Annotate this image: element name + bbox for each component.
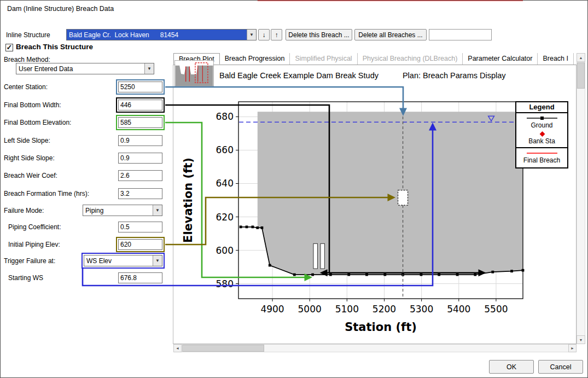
failure-mode-value: Piping — [83, 205, 153, 216]
bank-sta-marker-sample — [526, 131, 558, 137]
center-station-label: Center Station: — [4, 83, 48, 91]
final-bottom-width-input[interactable] — [118, 100, 162, 111]
inline-structure-dropdown[interactable]: Bald Eagle Cr. Lock Haven 81454 ▼ — [66, 29, 257, 40]
trigger-failure-at-label: Trigger Failure at: — [4, 257, 55, 265]
cancel-button[interactable]: Cancel — [538, 360, 583, 374]
initial-piping-elev-label: Initial Piping Elev: — [8, 241, 60, 248]
breach-formation-time-label: Breach Formation Time (hrs): — [4, 190, 89, 197]
legend-title: Legend — [516, 102, 567, 113]
plot-title: Bald Eagle Creek Example Dam Break Study… — [219, 71, 506, 80]
check-icon: ✓ — [7, 43, 13, 51]
starting-ws-label: Starting WS — [8, 274, 43, 282]
failure-mode-dropdown[interactable]: Piping ▼ — [83, 205, 162, 216]
tab-breach-progression[interactable]: Breach Progression — [220, 53, 290, 65]
left-side-slope-label: Left Side Slope: — [4, 137, 50, 144]
breach-weir-coef-input[interactable] — [118, 170, 162, 181]
final-breach-line-sample — [526, 150, 558, 156]
final-bottom-elevation-label: Final Bottom Elevation: — [4, 119, 71, 126]
dam-breach-dialog: Dam (Inline Structure) Breach Data Inlin… — [0, 0, 588, 378]
tab-parameter-calculator[interactable]: Parameter Calculator — [463, 53, 538, 65]
tab-physical-breaching: Physical Breaching (DLBreach) — [358, 53, 463, 65]
failure-mode-label: Failure Mode: — [4, 207, 44, 214]
dropdown-arrow-icon[interactable]: ▼ — [144, 63, 154, 74]
empty-status-field — [429, 29, 492, 40]
ok-button[interactable]: OK — [489, 360, 534, 374]
starting-ws-input[interactable] — [118, 272, 162, 283]
piping-coefficient-label: Piping Coefficient: — [8, 223, 61, 231]
dropdown-arrow-icon[interactable]: ▼ — [153, 205, 162, 216]
final-bottom-elevation-input[interactable] — [118, 117, 162, 128]
scroll-left-icon[interactable]: ◄ — [173, 344, 182, 352]
next-structure-up-button[interactable]: ↑ — [271, 29, 282, 40]
final-bottom-width-label: Final Bottom Width: — [4, 101, 61, 109]
breach-this-structure-checkbox[interactable]: ✓ — [5, 44, 13, 51]
plot-title-study: Bald Eagle Creek Example Dam Break Study — [219, 71, 379, 80]
legend-divider — [516, 147, 567, 148]
inline-structure-value: Bald Eagle Cr. Lock Haven 81454 — [67, 30, 247, 40]
piping-coefficient-input[interactable] — [118, 222, 162, 232]
dropdown-arrow-icon[interactable]: ▼ — [247, 30, 256, 40]
breach-this-structure-label: Breach This Structure — [16, 43, 93, 51]
scroll-right-icon[interactable]: ► — [568, 344, 577, 352]
trigger-failure-at-dropdown[interactable]: WS Elev ▼ — [84, 255, 162, 266]
tab-bar: Breach Plot Breach Progression Simplifie… — [173, 53, 577, 65]
dropdown-arrow-icon[interactable]: ▼ — [153, 255, 162, 266]
tab-breach-repair[interactable]: Breach I — [538, 53, 574, 65]
breach-method-dropdown[interactable]: User Entered Data ▼ — [16, 63, 154, 74]
breach-weir-coef-label: Breach Weir Coef: — [4, 172, 57, 179]
horizontal-scrollbar-thumb[interactable] — [182, 345, 264, 352]
vertical-scrollbar[interactable] — [577, 53, 585, 344]
scroll-up-icon[interactable]: ▲ — [577, 53, 585, 62]
plot-title-plan: Plan: Breach Params Display — [403, 71, 506, 80]
legend-bank-sta-label: Bank Sta — [516, 137, 567, 145]
plot-legend: Legend Ground Bank Sta Final Breach — [515, 101, 568, 168]
tab-simplified-physical: Simplified Physical — [290, 53, 357, 65]
legend-ground-label: Ground — [516, 121, 567, 129]
vertical-scrollbar-thumb[interactable] — [577, 62, 585, 89]
delete-this-breach-button[interactable]: Delete this Breach ... — [286, 29, 352, 40]
trigger-failure-at-value: WS Elev — [84, 255, 153, 266]
legend-final-breach-label: Final Breach — [516, 156, 567, 164]
next-structure-down-button[interactable]: ↓ — [258, 29, 270, 40]
center-station-input[interactable] — [118, 82, 162, 92]
delete-all-breaches-button[interactable]: Delete all Breaches ... — [354, 29, 427, 40]
right-side-slope-label: Right Side Slope: — [4, 154, 55, 162]
scroll-down-icon[interactable]: ▼ — [577, 335, 585, 344]
initial-piping-elev-input[interactable] — [118, 239, 162, 250]
left-side-slope-input[interactable] — [118, 135, 162, 146]
dialog-title: Dam (Inline Structure) Breach Data — [7, 5, 114, 13]
right-side-slope-input[interactable] — [118, 153, 162, 164]
profile-thumbnail — [174, 60, 214, 86]
breach-method-value: User Entered Data — [16, 63, 144, 74]
breach-method-label: Breach Method: — [4, 56, 50, 63]
ground-line-sample — [526, 115, 558, 121]
inline-structure-label: Inline Structure — [6, 31, 50, 39]
breach-formation-time-input[interactable] — [118, 188, 162, 199]
